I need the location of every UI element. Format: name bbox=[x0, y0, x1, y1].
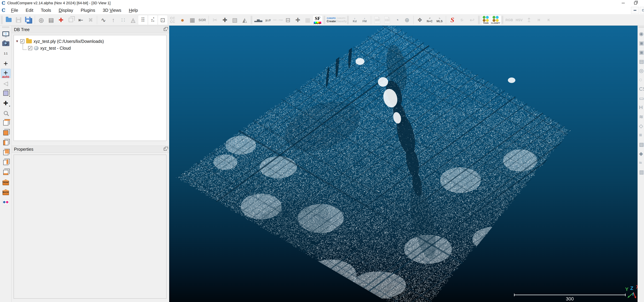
cloud-cloud-distance-icon[interactable]: CC CC bbox=[168, 15, 178, 25]
clipped-plugin-6-icon[interactable]: ◌ bbox=[639, 76, 644, 83]
masc-classify-icon[interactable]: CLASSIFY bbox=[491, 15, 500, 25]
tree-item-file[interactable]: ▼ xyz_test.ply (C:/Users/lix/Downloads) bbox=[15, 38, 165, 45]
sample-mesh-icon[interactable]: ◬ bbox=[128, 15, 138, 25]
menu-3d-views[interactable]: 3D Views bbox=[99, 7, 125, 14]
noise-filter-icon[interactable]: ▦ bbox=[188, 15, 197, 25]
disc-fit-icon[interactable]: ◔ bbox=[392, 15, 402, 25]
color-rgb-icon[interactable]: RGB bbox=[504, 15, 514, 25]
random-sampling-icon[interactable]: ∷ bbox=[118, 15, 128, 25]
add-scalar-field-icon[interactable]: ✚ bbox=[293, 15, 303, 25]
delete-scalar-field-icon[interactable]: ⊟ bbox=[283, 15, 293, 25]
clipped-plugin-5-icon[interactable]: ◎ bbox=[639, 67, 644, 74]
kd-tree-icon[interactable]: ▲Kd bbox=[350, 15, 360, 25]
viewport-3d[interactable]: 300 Y Z X bbox=[169, 26, 638, 302]
toolbar-drag-handle[interactable] bbox=[324, 16, 325, 24]
translate-rotate-icon[interactable]: ✚ bbox=[220, 15, 230, 25]
save-multiple-icon[interactable] bbox=[24, 15, 34, 25]
point-picking-icon[interactable]: ◎ bbox=[36, 15, 46, 25]
segment-icon[interactable]: ✂ bbox=[210, 15, 220, 25]
csv-file-icon[interactable]: CSV bbox=[382, 15, 392, 25]
menu-plugins[interactable]: Plugins bbox=[77, 7, 99, 14]
clipped-plugin-15-icon[interactable]: ≈ bbox=[639, 159, 644, 166]
fm-facets-icon[interactable]: ▲FM bbox=[360, 15, 370, 25]
zoom-1-1-icon[interactable]: 1:1 bbox=[1, 49, 10, 58]
mdi-restore-button[interactable] bbox=[640, 7, 644, 14]
float-panel-icon[interactable] bbox=[164, 28, 167, 31]
toolbar-drag-handle[interactable] bbox=[347, 16, 349, 24]
screenshot-icon[interactable] bbox=[1, 39, 10, 48]
tree-item-cloud[interactable]: xyz_test - Cloud bbox=[15, 45, 165, 52]
view-front-icon[interactable] bbox=[1, 128, 10, 137]
clipped-plugin-2-icon[interactable]: ▣ bbox=[639, 39, 644, 46]
compute-normals-icon[interactable]: ↑ bbox=[108, 15, 118, 25]
clipped-plugin-4-icon[interactable]: ▤ bbox=[639, 58, 644, 65]
shp-file-icon[interactable]: SHP bbox=[372, 15, 382, 25]
stereo-mode-icon[interactable] bbox=[1, 198, 10, 207]
clipped-plugin-12-icon[interactable]: ≡ bbox=[639, 132, 644, 138]
checkbox-cloud[interactable] bbox=[28, 46, 32, 50]
sphere-fit-icon[interactable]: ⊕ bbox=[402, 15, 412, 25]
toolbar-drag-handle[interactable] bbox=[502, 16, 503, 24]
level-icon[interactable]: ◭ bbox=[240, 15, 250, 25]
float-panel-icon[interactable] bbox=[164, 148, 167, 150]
merge-icon[interactable]: ⇤ bbox=[76, 15, 86, 25]
clipped-plugin-8-icon[interactable]: ▭ bbox=[639, 95, 644, 102]
spline-fit-icon[interactable]: S· bbox=[457, 15, 467, 25]
clipped-plugin-10-icon[interactable]: ≋ bbox=[639, 113, 644, 120]
properties-header[interactable]: Properties bbox=[12, 146, 169, 153]
menu-help[interactable]: Help bbox=[125, 7, 142, 14]
toolbar-drag-handle[interactable] bbox=[478, 16, 480, 24]
iso-front-icon[interactable]: FRONT bbox=[1, 178, 10, 187]
color-levels-icon[interactable]: ↥ bbox=[524, 15, 534, 25]
gaussian-filter-icon[interactable]: μ,σ bbox=[263, 15, 273, 25]
canupo-create-icon[interactable]: CANUPOCreate bbox=[326, 15, 336, 25]
menu-tools[interactable]: Tools bbox=[37, 7, 55, 14]
clipped-plugin-1-icon[interactable]: ◉ bbox=[639, 30, 644, 37]
trace-polyline-icon[interactable]: ✚ bbox=[56, 15, 66, 25]
segment-curve-icon[interactable]: ∿ bbox=[98, 15, 108, 25]
view-left-icon[interactable] bbox=[1, 138, 10, 147]
clipped-plugin-16-icon[interactable]: ▥ bbox=[639, 169, 644, 175]
view-bottom-icon[interactable] bbox=[1, 168, 10, 177]
zoom-and-center-icon[interactable] bbox=[1, 108, 10, 118]
iso-view-icon[interactable]: ▾ bbox=[1, 89, 10, 98]
pick-rotation-center-icon[interactable]: + bbox=[1, 59, 10, 68]
rotation-lock-icon[interactable]: ✚▾ bbox=[1, 98, 10, 108]
window-minimize-button[interactable] bbox=[620, 1, 626, 6]
delete-icon[interactable]: ✖ bbox=[86, 15, 96, 25]
checkbox-file[interactable] bbox=[20, 39, 24, 43]
db-tree-header[interactable]: DB Tree bbox=[12, 26, 169, 33]
octree-subsample-icon[interactable]: ⠮ bbox=[148, 15, 158, 25]
point-cloud-canvas[interactable] bbox=[169, 26, 638, 302]
toolbar-drag-handle[interactable] bbox=[638, 26, 644, 28]
clipped-plugin-7-icon[interactable]: CS bbox=[639, 86, 644, 92]
view-top-icon[interactable] bbox=[1, 118, 10, 127]
color-h-icon[interactable]: H bbox=[534, 15, 544, 25]
clipped-plugin-14-icon[interactable]: ◆ bbox=[639, 150, 644, 157]
masc-train-icon[interactable]: TRAIN bbox=[481, 15, 491, 25]
menu-edit[interactable]: Edit bbox=[22, 7, 37, 14]
toolbar-drag-handle[interactable] bbox=[250, 16, 252, 24]
subsample-icon[interactable]: ⠿ bbox=[138, 15, 148, 25]
window-restore-button[interactable] bbox=[632, 1, 639, 6]
canupo-classify-icon[interactable]: CANUPOClassify bbox=[336, 15, 346, 25]
sor-filter-icon[interactable]: SOR bbox=[197, 15, 207, 25]
cross-section-icon[interactable]: ▧ bbox=[230, 15, 240, 25]
clipped-plugin-13-icon[interactable]: ▧ bbox=[639, 141, 644, 148]
mls-smoothing-icon[interactable]: ∿MLS bbox=[434, 15, 444, 25]
expander-icon[interactable]: ▼ bbox=[16, 39, 20, 43]
display-options-icon[interactable]: ⚙ bbox=[1, 29, 10, 38]
cylinder-unroll-icon[interactable]: ↩ bbox=[467, 15, 477, 25]
clipped-plugin-3-icon[interactable]: ▣ bbox=[639, 49, 644, 56]
menu-display[interactable]: Display bbox=[55, 7, 77, 14]
color-hsv-icon[interactable]: HSV bbox=[514, 15, 524, 25]
properties-list-icon[interactable]: ▤ bbox=[46, 15, 56, 25]
iso-back-icon[interactable]: BACK bbox=[1, 188, 10, 197]
register-icon[interactable]: ⊡ bbox=[158, 15, 168, 25]
color-k-icon[interactable]: K bbox=[544, 15, 554, 25]
menu-file[interactable]: File bbox=[7, 7, 22, 14]
save-icon[interactable] bbox=[14, 15, 24, 25]
mdi-minimize-button[interactable] bbox=[631, 7, 639, 14]
clipped-plugin-9-icon[interactable]: H bbox=[639, 104, 644, 111]
view-back-icon[interactable] bbox=[1, 148, 10, 157]
